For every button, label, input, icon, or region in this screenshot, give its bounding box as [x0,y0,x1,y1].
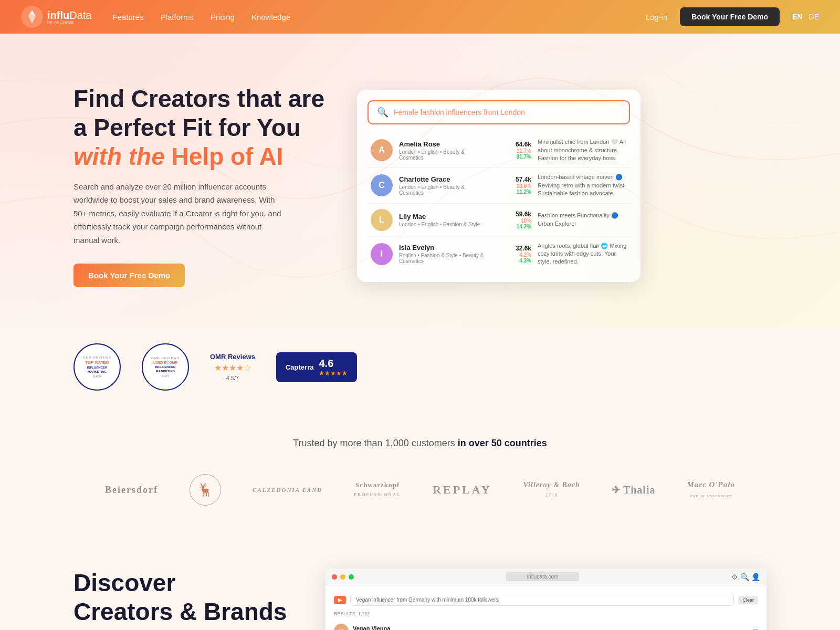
brand-marcopolo: Marc O'PoloEST. IN STOCKPORT [687,480,734,500]
hero-title: Find Creators that are a Perfect Fit for… [74,85,326,172]
brand-logos-row: Beiersdorf 🦌 CALZEDONIA LAND Schwarzkopf… [74,474,766,506]
app-main-content: ▶ Vegan influencer from Germany with min… [326,585,766,630]
header-right: Log-in Book Your Free Demo EN DE [646,7,819,26]
badge-rating: 4.5/7 [226,375,239,381]
badge-top-rated: TOP RATED [85,360,109,365]
inf-tags: London • English • Beauty & Cosmetics [399,184,488,196]
inf-desc: Fashion meets Functionality 🔵 Urban Expl… [538,212,627,228]
nav-knowledge[interactable]: Knowledge [251,13,290,22]
hero-description: Search and analyze over 20 million influ… [74,180,284,247]
inf-name: Isla Evelyn [399,244,488,251]
brand-schwarzkopf: SchwarzkopfPROFESSIONAL [354,481,401,499]
browser-controls: ⚙ 🔍 👤 [731,573,760,581]
app-logo-small: ▶ [334,596,346,604]
trusted-section: Trusted by more than 1,000 customers in … [0,406,840,537]
influencer-row: A Amelia Rose London • English • Beauty … [368,133,630,168]
badge-omr-reviews: OMR Reviews ★★★★☆ 4.5/7 [210,353,255,381]
window-close-dot [332,574,337,580]
brand-deer-logo: 🦌 [190,474,221,506]
app-clear-button[interactable]: Clear [738,596,758,604]
badge-stars: ★★★★☆ [214,363,251,373]
inf-tags: English • Fashion & Style • Beauty & Cos… [399,253,488,264]
badge-used: USED BY OMR [153,361,177,364]
brand-beiersdorf: Beiersdorf [105,485,158,496]
search-placeholder-text: Female fashion influencers from London [394,108,525,117]
brand-thalia: ✈ Thalia [612,484,656,496]
nav-features[interactable]: Features [112,13,143,22]
inf-desc: London-based vintage maven 🔵 Reviving re… [538,173,627,197]
inf-stats: 57.4k 10.6% 11.2% [495,176,531,195]
discover-left: Discover Creators & Brands [74,569,294,626]
header: influData by weCreate Features Platforms… [0,0,840,34]
hero-cta-button[interactable]: Book Your Free Demo [74,264,185,287]
lang-de[interactable]: DE [809,13,819,21]
nav-pricing[interactable]: Pricing [211,13,235,22]
logo[interactable]: influData by weCreate [21,6,91,28]
inf-stats: 32.6k 4.2% 4.3% [495,245,531,264]
badges-section: OMR REVIEWS TOP RATED INFLUENCERMARKETIN… [0,328,840,406]
search-bar[interactable]: 🔍 Female fashion influencers from London [368,100,630,124]
lang-switcher: EN DE [792,13,819,21]
inf-tags: London • English • Beauty & Cosmetics [399,149,488,161]
badge-omr-label: OMR REVIEWS [83,356,111,359]
influencer-row: L Lily Mae London • English • Fashion & … [368,204,630,237]
brand-villeroy: Villeroy & Boch1748 [523,480,580,499]
app-titlebar: infludata.com ⚙ 🔍 👤 [326,569,766,585]
inf-info: Charlotte Grace London • English • Beaut… [399,175,488,196]
inf-info: Lily Mae London • English • Fashion & St… [399,213,488,227]
app-screenshot: infludata.com ⚙ 🔍 👤 ▶ Vegan influencer f… [326,569,766,630]
nav-platforms[interactable]: Platforms [161,13,194,22]
avatar: L [371,209,393,231]
hero-left: Find Creators that are a Perfect Fit for… [74,85,326,287]
app-inf-name: Vegan Vienna [353,625,408,630]
results-count: RESULTS: 1,152 [334,611,758,616]
main-nav: Features Platforms Pricing Knowledge [112,13,645,22]
badge-omr-used: OMR REVIEWS USED BY OMR INFLUENCERMARKET… [142,343,189,391]
avatar: A [371,139,393,161]
avatar: C [371,174,393,196]
badge-quarter: Q4/24 [93,375,101,378]
discover-section: Discover Creators & Brands infludata.com… [0,537,840,630]
inf-tags: London • English • Fashion & Style [399,222,488,227]
inf-info: Amelia Rose London • English • Beauty & … [399,140,488,161]
influencer-row: C Charlotte Grace London • English • Bea… [368,168,630,203]
badge-omr2-label: OMR REVIEWS [151,356,180,360]
address-bar: infludata.com [506,572,579,581]
badge-capterra-score: 4.6 [319,358,348,370]
app-toolbar: ▶ Vegan influencer from Germany with min… [334,594,758,606]
inf-name: Lily Mae [399,213,488,220]
app-avatar: V [334,624,349,630]
window-minimize-dot [340,574,345,580]
influencer-row: I Isla Evelyn English • Fashion & Style … [368,237,630,271]
badge-year: 2024 [162,374,169,377]
brand-replay: REPLAY [433,483,491,497]
discover-right: infludata.com ⚙ 🔍 👤 ▶ Vegan influencer f… [326,569,766,630]
inf-desc: Angles roots, global flair 🌐 Mixing cozy… [538,242,627,266]
badge-omr-reviews-label: OMR Reviews [210,353,255,361]
lang-en[interactable]: EN [792,13,802,21]
hero-right: 🔍 Female fashion influencers from London… [357,90,640,282]
inf-stats: 64.6k 11.7% 81.7% [495,141,531,160]
app-search-field[interactable]: Vegan influencer from Germany with minim… [350,594,734,606]
badge-capterra-stars: ★★★★★ [319,370,348,377]
badge-category: INFLUENCERMARKETING [87,366,108,374]
inf-name: Amelia Rose [399,140,488,148]
hero-section: Find Creators that are a Perfect Fit for… [0,34,840,328]
app-inf-score: 98 [752,628,758,631]
window-maximize-dot [349,574,354,580]
search-icon: 🔍 [377,107,388,118]
inf-desc: Minimalist chic from London 🤍 All about … [538,138,627,162]
avatar: I [371,243,393,265]
badge-omr-top-rated: OMR REVIEWS TOP RATED INFLUENCERMARKETIN… [74,343,121,391]
demo-button[interactable]: Book Your Free Demo [680,7,780,26]
login-button[interactable]: Log-in [646,13,668,22]
search-demo: 🔍 Female fashion influencers from London… [357,90,640,282]
badge-capterra: Capterra 4.6 ★★★★★ [276,352,357,382]
brand-calzedonia: CALZEDONIA LAND [253,487,322,493]
inf-name: Charlotte Grace [399,175,488,183]
badge-category2: INFLUENCERMARKETING [155,365,176,374]
app-inf-details: Vegan Vienna Germany • 142k • Cooking [353,625,408,630]
badge-capterra-label: Capterra [286,363,313,371]
logo-icon [21,6,43,28]
trusted-title: Trusted by more than 1,000 customers in … [74,438,766,449]
